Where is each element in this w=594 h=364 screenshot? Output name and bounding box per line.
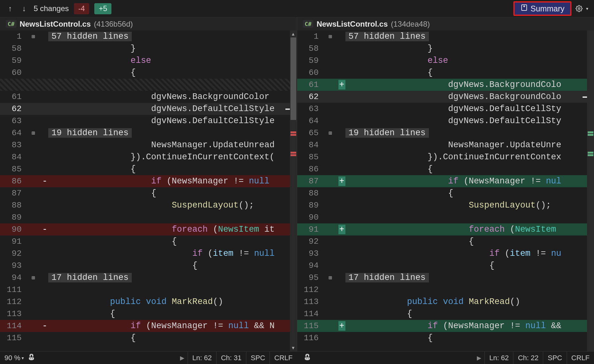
line-number: 112 xyxy=(297,285,323,295)
code-line[interactable]: 115 { xyxy=(0,332,297,344)
code-line[interactable]: 87+ if (NewsManager != nul xyxy=(297,175,594,187)
code-line[interactable]: 114 { xyxy=(297,308,594,320)
scroll-thumb[interactable] xyxy=(290,37,296,120)
code-text: { xyxy=(48,333,297,343)
code-text: else xyxy=(345,56,594,65)
line-number: 111 xyxy=(0,285,25,295)
expand-icon[interactable]: ⊞ xyxy=(32,274,35,281)
code-line[interactable]: 87 { xyxy=(0,187,297,199)
code-text: dgvNews.DefaultCellStyle xyxy=(48,104,297,114)
code-line[interactable]: 61+ dgvNews.BackgroundColo xyxy=(297,79,594,91)
code-line[interactable]: 112 xyxy=(297,284,594,296)
left-line-indicator[interactable]: Ln: 62 xyxy=(188,352,216,364)
right-indent-mode[interactable]: SPC xyxy=(543,352,566,364)
code-line[interactable] xyxy=(0,79,297,91)
right-line-indicator[interactable]: Ln: 62 xyxy=(484,352,513,364)
scroll-down-arrow[interactable]: ▼ xyxy=(290,344,297,351)
prev-change-button[interactable]: ↑ xyxy=(6,4,15,13)
code-line[interactable]: 60 { xyxy=(297,67,594,79)
code-line[interactable]: 62 dgvNews.BackgroundColo xyxy=(297,91,594,103)
code-line[interactable]: 90 xyxy=(297,211,594,223)
code-line[interactable]: 91 { xyxy=(0,235,297,248)
line-number: 87 xyxy=(0,189,25,198)
expand-icon[interactable]: ⊞ xyxy=(329,33,332,40)
expand-icon[interactable]: ⊞ xyxy=(329,274,332,281)
left-scrollbar[interactable]: ▲ ▼ xyxy=(290,30,297,351)
code-line[interactable]: 62 dgvNews.DefaultCellStyle xyxy=(0,103,297,115)
code-line[interactable]: 61 dgvNews.BackgroundColor xyxy=(0,91,297,103)
fold-gutter[interactable]: ⊞ xyxy=(25,129,41,136)
expand-icon[interactable]: ⊞ xyxy=(329,129,332,136)
code-line[interactable]: 94⊞17 hidden lines xyxy=(0,272,297,284)
right-code-area[interactable]: 1⊞57 hidden lines58 }59 else60 {61+ dgvN… xyxy=(297,30,594,351)
left-eol-mode[interactable]: CRLF xyxy=(270,352,297,364)
code-line[interactable]: 113 { xyxy=(0,308,297,320)
code-line[interactable]: 59 else xyxy=(297,55,594,67)
copilot-icon[interactable] xyxy=(26,353,37,363)
code-line[interactable]: 111 xyxy=(0,284,297,296)
code-line[interactable]: 88 SuspendLayout(); xyxy=(0,199,297,211)
code-line[interactable]: 95⊞17 hidden lines xyxy=(297,272,594,284)
fold-gutter[interactable]: ⊞ xyxy=(323,274,338,281)
settings-button[interactable] xyxy=(575,4,584,13)
code-line[interactable]: 92 if (item != null xyxy=(0,248,297,260)
horiz-scroll-right[interactable]: ▶ xyxy=(474,354,484,361)
code-line[interactable]: 93 { xyxy=(0,260,297,272)
right-char-indicator[interactable]: Ch: 22 xyxy=(513,352,543,364)
fold-gutter[interactable]: ⊞ xyxy=(323,129,338,136)
code-line[interactable]: 58 } xyxy=(297,43,594,55)
code-line[interactable]: 113 public void MarkRead() xyxy=(297,296,594,308)
left-char-indicator[interactable]: Ch: 31 xyxy=(216,352,246,364)
code-text: foreach (NewsItem it xyxy=(48,225,297,234)
code-line[interactable]: 64 dgvNews.DefaultCellSty xyxy=(297,115,594,127)
code-line[interactable]: 85 }).ContinueInCurrentContex xyxy=(297,151,594,163)
code-line[interactable]: 1⊞57 hidden lines xyxy=(0,30,297,43)
left-code-area[interactable]: 1⊞57 hidden lines58 }59 else60 {61 dgvNe… xyxy=(0,30,297,351)
next-change-button[interactable]: ↓ xyxy=(20,4,29,13)
right-scrollbar[interactable] xyxy=(587,30,594,351)
expand-icon[interactable]: ⊞ xyxy=(32,129,35,136)
code-line[interactable]: 63 dgvNews.DefaultCellSty xyxy=(297,103,594,115)
expand-icon[interactable]: ⊞ xyxy=(32,33,35,40)
code-line[interactable]: 116 { xyxy=(297,332,594,344)
settings-dropdown-caret[interactable]: ▾ xyxy=(586,6,588,11)
code-line[interactable]: 83 NewsManager.UpdateUnread xyxy=(0,139,297,151)
code-line[interactable]: 86- if (NewsManager != null xyxy=(0,175,297,187)
fold-gutter[interactable]: ⊞ xyxy=(25,33,41,40)
code-line[interactable]: 93 if (item != nu xyxy=(297,248,594,260)
diff-mark xyxy=(290,131,296,133)
zoom-level[interactable]: 90 % xyxy=(4,354,20,362)
code-line[interactable]: 92 { xyxy=(297,235,594,248)
scroll-up-arrow[interactable]: ▲ xyxy=(290,30,297,37)
fold-gutter[interactable]: ⊞ xyxy=(323,33,338,40)
code-line[interactable]: 88 { xyxy=(297,187,594,199)
code-line[interactable]: 1⊞57 hidden lines xyxy=(297,30,594,43)
code-line[interactable]: 90- foreach (NewsItem it xyxy=(0,223,297,235)
code-line[interactable]: 89 SuspendLayout(); xyxy=(297,199,594,211)
code-line[interactable]: 112 public void MarkRead() xyxy=(0,296,297,308)
code-line[interactable]: 85 { xyxy=(0,163,297,175)
code-line[interactable]: 63 dgvNews.DefaultCellStyle xyxy=(0,115,297,127)
code-line[interactable]: 86 { xyxy=(297,163,594,175)
horiz-scroll-right[interactable]: ▶ xyxy=(177,354,188,361)
copilot-icon[interactable] xyxy=(302,353,313,363)
left-indent-mode[interactable]: SPC xyxy=(246,352,270,364)
code-line[interactable]: 59 else xyxy=(0,55,297,67)
summary-button[interactable]: Summary xyxy=(513,1,571,16)
code-line[interactable]: 58 } xyxy=(0,43,297,55)
code-line[interactable]: 84 NewsManager.UpdateUnre xyxy=(297,139,594,151)
code-line[interactable]: 114- if (NewsManager != null && N xyxy=(0,320,297,332)
fold-gutter[interactable]: ⊞ xyxy=(25,274,41,281)
code-line[interactable]: 64⊞19 hidden lines xyxy=(0,127,297,139)
code-line[interactable]: 115+ if (NewsManager != null && xyxy=(297,320,594,332)
code-line[interactable]: 94 { xyxy=(297,260,594,272)
code-line[interactable]: 91+ foreach (NewsItem xyxy=(297,223,594,235)
right-eol-mode[interactable]: CRLF xyxy=(567,352,594,364)
code-line[interactable]: 60 { xyxy=(0,67,297,79)
code-line[interactable]: 65⊞19 hidden lines xyxy=(297,127,594,139)
code-text: } xyxy=(48,44,297,53)
zoom-dropdown-caret[interactable]: ▾ xyxy=(22,355,24,361)
code-line[interactable]: 84 }).ContinueInCurrentContext( xyxy=(0,151,297,163)
code-text: SuspendLayout(); xyxy=(345,201,594,210)
code-line[interactable]: 89 xyxy=(0,211,297,223)
